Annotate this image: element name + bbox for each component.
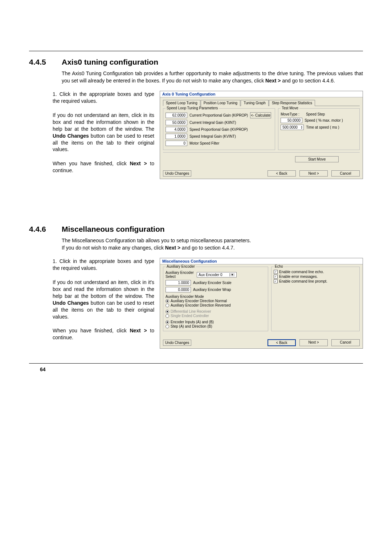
radio-dir-normal[interactable]	[166, 299, 169, 303]
fieldset-legend: Test Move	[281, 106, 299, 110]
time-at-speed-label: Time at speed ( ms )	[306, 125, 339, 129]
radio-dir-reversed[interactable]	[166, 304, 169, 307]
fieldset-legend: Auxiliary Encoder	[166, 264, 196, 268]
cancel-button[interactable]: Cancel	[331, 339, 360, 346]
kiint-input[interactable]: 50.0000	[166, 120, 187, 125]
aux-encoder-select[interactable]: Aux Encoder 0 ▼	[197, 272, 237, 278]
aux-encoder-wrap-input[interactable]: 0.0000	[166, 287, 191, 292]
undo-changes-button[interactable]: Undo Changes	[163, 170, 191, 177]
dialog-title: Axis 0 Tuning Configuration	[160, 91, 363, 97]
tab-position-loop[interactable]: Position Loop Tuning	[201, 100, 240, 106]
step-text: When you have finished, click Next > to …	[53, 327, 154, 341]
time-at-speed-input[interactable]: 500.0000 ▲▼	[281, 125, 304, 130]
motor-speed-filter-input[interactable]: 0	[166, 141, 187, 146]
fieldset-legend: Speed Loop Tuning Parameters	[166, 106, 219, 110]
kvint-input[interactable]: 1.0000	[166, 134, 187, 139]
axis0-tuning-dialog: Axis 0 Tuning Configuration Speed Loop T…	[160, 91, 363, 179]
tab-step-response[interactable]: Step Response Statistics	[269, 100, 315, 106]
start-move-button[interactable]: Start Move	[295, 156, 339, 162]
back-button[interactable]: < Back	[268, 170, 296, 177]
section-title: Axis0 tuning configuration	[62, 58, 158, 66]
radio-encoder-inputs[interactable]	[166, 320, 169, 324]
step-text: If you do not understand an item, click …	[53, 112, 154, 153]
undo-changes-button[interactable]: Undo Changes	[163, 340, 191, 346]
calculate-button[interactable]: <- Calculate	[250, 112, 271, 118]
kiprop-input[interactable]: 62.0000	[166, 113, 187, 118]
section-intro: The Miscellaneous Configuration tab allo…	[62, 237, 363, 251]
check-error-msg[interactable]: ✓	[274, 275, 278, 279]
step-number: 1.	[53, 258, 57, 264]
aux-encoder-wrap-label: Auxiliary Encoder Wrap	[193, 288, 231, 292]
kvint-label: Speed Integral Gain (KVINT)	[189, 134, 236, 138]
check-echo[interactable]: ✓	[274, 270, 278, 274]
page-number: 64	[40, 366, 363, 372]
kvprop-label: Speed Proportional Gain (KVPROP)	[189, 127, 248, 131]
radio-diff-line	[166, 310, 169, 313]
kiprop-label: Current Proportional Gain (KIPROP)	[189, 113, 248, 117]
step-text: Click in the appropriate boxes and type …	[53, 258, 154, 271]
kvprop-input[interactable]: 4.0000	[166, 127, 187, 132]
radio-step-direction[interactable]	[166, 325, 169, 328]
chevron-down-icon: ▼	[229, 273, 235, 276]
aux-encoder-scale-input[interactable]: 1.0000	[166, 280, 191, 285]
tab-strip: Speed Loop Tuning Position Loop Tuning T…	[163, 100, 360, 106]
step-text: Click in the appropriate boxes and type …	[53, 91, 154, 104]
spinner-icon[interactable]: ▲▼	[301, 126, 303, 129]
section-title: Miscellaneous configuration	[62, 225, 165, 234]
speed-input[interactable]: 50.0000	[281, 118, 302, 123]
movetype-label: MoveType :	[281, 112, 299, 116]
tab-tuning-graph[interactable]: Tuning Graph	[241, 100, 269, 106]
cancel-button[interactable]: Cancel	[331, 170, 360, 177]
fieldset-legend: Echo	[274, 264, 284, 268]
misc-config-dialog: Miscellaneous Configuration Auxiliary En…	[160, 258, 363, 349]
aux-encoder-scale-label: Auxiliary Encoder Scale	[193, 281, 232, 285]
back-button[interactable]: < Back	[268, 339, 296, 346]
step-text: If you do not understand an item, click …	[53, 279, 154, 320]
next-button[interactable]: Next >	[299, 170, 328, 177]
step-number: 1.	[53, 91, 57, 97]
speed-label: Speed ( % max. motor )	[305, 118, 343, 122]
tab-speed-loop[interactable]: Speed Loop Tuning	[163, 100, 200, 106]
section-intro: The Axis0 Tuning Configuration tab provi…	[62, 70, 363, 84]
kiint-label: Current Integral Gain (KIINT)	[189, 121, 236, 125]
aux-encoder-mode-label: Auxiliary Encoder Mode	[166, 295, 266, 299]
section-number: 4.4.5	[29, 58, 62, 66]
radio-single-ended	[166, 314, 169, 318]
motor-speed-filter-label: Motor Speed Filter	[189, 141, 219, 145]
step-text: When you have finished, click Next > to …	[53, 160, 154, 174]
aux-encoder-select-label: Auxiliary Encoder Select	[166, 271, 195, 279]
dialog-title: Miscellaneous Configuration	[160, 258, 363, 264]
movetype-value: Speed Step	[306, 112, 325, 116]
section-number: 4.4.6	[29, 225, 62, 234]
next-button[interactable]: Next >	[299, 339, 328, 346]
check-prompt[interactable]: ✓	[274, 279, 278, 283]
